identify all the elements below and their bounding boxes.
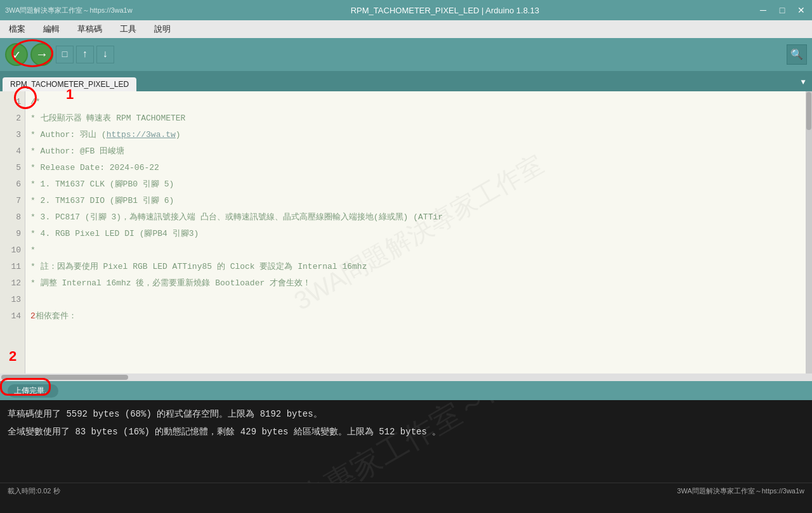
title-bar-controls: ─ □ ✕ [757,4,807,16]
menu-sketch[interactable]: 草稿碼 [74,22,106,36]
title-bar: 3WA問題解決專家工作室～https://3wa1w RPM_TACHOMETE… [0,0,812,20]
code-line-13 [30,292,807,308]
upload-button[interactable]: → [30,43,53,66]
tab-sketch[interactable]: RPM_TACHOMETER_PIXEL_LED [3,77,136,91]
menu-bar: 檔案 編輯 草稿碼 工具 說明 [0,20,812,38]
minimize-button[interactable]: ─ [757,4,769,16]
console: 草稿碼使用了 5592 bytes (68%) 的程式儲存空間。上限為 8192… [0,400,812,483]
code-line-7: * 2. TM1637 DIO (腳PB1 引腳 6) [30,193,807,209]
horizontal-scrollbar[interactable] [0,373,812,381]
save-button[interactable]: ↓ [96,46,114,63]
status-bar: 載入時間:0.02 秒 3WA問題解決專家工作室～https://3wa1w [0,483,812,499]
code-line-1: /* [30,94,807,110]
upload-bar: 上傳完畢。 [0,381,812,400]
code-content[interactable]: /* * 七段顯示器 轉速表 RPM TACHOMETER * Author: … [25,91,812,373]
maximize-button[interactable]: □ [776,4,788,16]
code-line-6: * 1. TM1637 CLK (腳PB0 引腳 5) [30,176,807,193]
status-credit: 3WA問題解決專家工作室～https://3wa1w [677,486,804,496]
menu-tools[interactable]: 工具 [116,22,140,36]
code-line-10: * [30,242,807,259]
upload-status: 上傳完畢。 [8,384,58,398]
verify-button[interactable]: ✓ [5,43,28,66]
code-line-5: * Release Date: 2024-06-22 [30,160,807,176]
editor: 1 2 3 4 5 6 7 8 9 10 11 12 13 14 /* * 七段… [0,91,812,373]
window-title: RPM_TACHOMETER_PIXEL_LED | Arduino 1.8.1… [351,6,539,15]
code-line-14: 2相依套件： [30,308,807,325]
code-line-11: * 註：因為要使用 Pixel RGB LED ATTiny85 的 Clock… [30,259,807,275]
open-button[interactable]: ↑ [76,46,94,63]
vertical-scrollbar[interactable] [806,91,812,373]
code-line-3: * Author: 羽山 (https://3wa.tw) [30,127,807,143]
code-line-9: * 4. RGB Pixel LED DI (腳PB4 引腳3) [30,226,807,242]
toolbar: ✓ → □ ↑ ↓ 🔍 [0,38,812,71]
tab-dropdown-button[interactable]: ▼ [794,74,812,91]
code-line-8: * 3. PC817 (引腳 3)，為轉速訊號接入端 凸台、或轉速訊號線、晶式高… [30,209,807,226]
search-button[interactable]: 🔍 [787,44,807,65]
console-line-2: 全域變數使用了 83 bytes (16%) 的動態記憶體，剩餘 429 byt… [8,423,804,441]
new-button[interactable]: □ [56,46,74,63]
hscroll-thumb[interactable] [1,375,128,380]
menu-edit[interactable]: 編輯 [39,22,63,36]
scrollbar-thumb[interactable] [806,92,811,130]
close-button[interactable]: ✕ [796,4,807,16]
menu-file[interactable]: 檔案 [5,22,29,36]
code-line-2: * 七段顯示器 轉速表 RPM TACHOMETER [30,110,807,127]
console-line-1: 草稿碼使用了 5592 bytes (68%) 的程式儲存空間。上限為 8192… [8,405,804,423]
tab-bar: RPM_TACHOMETER_PIXEL_LED ▼ [0,71,812,91]
load-time: 載入時間:0.02 秒 [8,486,60,496]
title-bar-watermark: 3WA問題解決專家工作室～https://3wa1w [5,6,133,15]
line-numbers: 1 2 3 4 5 6 7 8 9 10 11 12 13 14 [0,91,25,373]
title-bar-left: 3WA問題解決專家工作室～https://3wa1w [5,6,133,15]
code-line-12: * 調整 Internal 16mhz 後，必需要重新燒錄 Bootloader… [30,275,807,292]
code-line-4: * Author: @FB 田峻塘 [30,143,807,160]
menu-help[interactable]: 說明 [150,22,174,36]
